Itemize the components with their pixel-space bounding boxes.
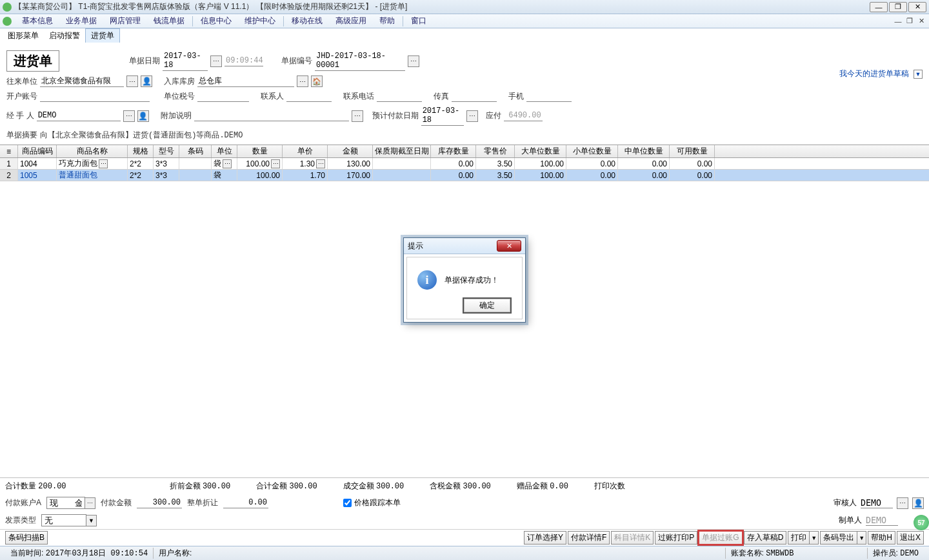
cell-stock[interactable]: 0.00 <box>431 158 476 169</box>
cell-price[interactable]: 1.70 <box>283 170 328 181</box>
cell-spec[interactable]: 2*2 <box>128 170 154 181</box>
menu-window[interactable]: 窗口 <box>405 14 433 28</box>
gh-midunit[interactable]: 中单位数量 <box>618 145 670 157</box>
gh-name[interactable]: 商品名称 <box>57 145 128 157</box>
maximize-button[interactable]: ❐ <box>889 2 907 12</box>
cell-amount[interactable]: 130.00 <box>328 158 373 169</box>
bankacct-input[interactable] <box>40 91 150 102</box>
cell-midunit[interactable]: 0.00 <box>618 170 670 181</box>
tab-purchase[interactable]: 进货单 <box>85 28 120 43</box>
child-close-button[interactable]: ✕ <box>916 17 926 26</box>
date-picker-button[interactable]: ⋯ <box>210 55 222 67</box>
gh-price[interactable]: 单价 <box>283 145 328 157</box>
cell-name[interactable]: 普通甜面包 <box>57 170 128 181</box>
tab-graphic-menu[interactable]: 图形菜单 <box>3 29 44 43</box>
gh-unit[interactable]: 单位 <box>212 145 237 157</box>
cell-spec[interactable]: 2*2 <box>128 158 154 169</box>
contact-input[interactable] <box>286 91 332 102</box>
gh-code[interactable]: 商品编码 <box>18 145 57 157</box>
minimize-button[interactable]: — <box>870 2 888 12</box>
vendor-picker-button[interactable]: ⋯ <box>126 75 138 87</box>
gh-avail[interactable]: 可用数量 <box>670 145 715 157</box>
gh-model[interactable]: 型号 <box>154 145 179 157</box>
gh-amount[interactable]: 金额 <box>328 145 373 157</box>
table-row[interactable]: 1 1004 巧克力面包⋯ 2*2 3*3 袋⋯ 100.00⋯ 1.30⋯ 1… <box>0 158 929 170</box>
gh-qty[interactable]: 数量 <box>237 145 283 157</box>
gh-stock[interactable]: 库存数量 <box>431 145 476 157</box>
cell-qty[interactable]: 100.00 <box>237 170 283 181</box>
menu-maint-center[interactable]: 维护中心 <box>238 14 282 28</box>
table-row[interactable]: 2 1005 普通甜面包 2*2 3*3 袋 100.00 1.70 170.0… <box>0 170 929 181</box>
qty-picker-icon[interactable]: ⋯ <box>271 159 280 168</box>
taxno-input[interactable] <box>197 91 249 102</box>
child-restore-button[interactable]: ❐ <box>904 17 915 26</box>
vendor-detail-icon[interactable]: 👤 <box>141 75 152 87</box>
cell-price[interactable]: 1.30⋯ <box>283 158 328 169</box>
warehouse-input[interactable] <box>197 76 294 87</box>
gh-smallunit[interactable]: 小单位数量 <box>566 145 618 157</box>
menu-mobile[interactable]: 移动在线 <box>285 14 329 28</box>
child-minimize-button[interactable]: — <box>893 17 903 26</box>
cell-unit[interactable]: 袋⋯ <box>212 158 237 169</box>
cell-amount[interactable]: 170.00 <box>328 170 373 181</box>
close-button[interactable]: ✕ <box>908 2 926 12</box>
handler-detail-icon[interactable]: 👤 <box>137 110 149 122</box>
cell-avail[interactable]: 0.00 <box>670 158 715 169</box>
draft-link[interactable]: 我今天的进货单草稿 ▼ <box>839 68 923 79</box>
handler-picker-button[interactable]: ⋯ <box>123 110 135 122</box>
date-label: 单据日期 <box>129 55 160 66</box>
gh-retail[interactable]: 零售价 <box>476 145 515 157</box>
cell-barcode[interactable] <box>179 158 212 169</box>
docno-picker-button[interactable]: ⋯ <box>408 55 419 67</box>
cell-unit[interactable]: 袋 <box>212 170 237 181</box>
note-picker-button[interactable]: ⋯ <box>352 110 363 122</box>
cell-stock[interactable]: 0.00 <box>431 170 476 181</box>
payable-input[interactable] <box>504 110 543 121</box>
warehouse-home-icon[interactable]: 🏠 <box>311 75 323 87</box>
draft-dropdown-icon[interactable]: ▼ <box>914 70 923 79</box>
cell-barcode[interactable] <box>179 170 212 181</box>
cell-avail[interactable]: 0.00 <box>670 170 715 181</box>
gh-bigunit[interactable]: 大单位数量 <box>515 145 566 157</box>
cell-expiry[interactable] <box>373 170 431 181</box>
menu-info-center[interactable]: 信息中心 <box>194 14 238 28</box>
tab-alarm[interactable]: 启动报警 <box>44 29 85 43</box>
unit-picker-icon[interactable]: ⋯ <box>223 159 232 168</box>
cell-name[interactable]: 巧克力面包⋯ <box>57 158 128 169</box>
menu-help[interactable]: 帮助 <box>373 14 401 28</box>
cell-expiry[interactable] <box>373 158 431 169</box>
gh-barcode[interactable]: 条码 <box>179 145 212 157</box>
handler-input[interactable] <box>37 110 121 121</box>
paydate-picker-button[interactable]: ⋯ <box>466 110 478 122</box>
name-picker-icon[interactable]: ⋯ <box>99 159 108 168</box>
cell-bigunit[interactable]: 100.00 <box>515 158 566 169</box>
phone-input[interactable] <box>377 91 422 102</box>
document-tabs: 图形菜单 启动报警 进货单 <box>0 28 929 43</box>
cell-retail[interactable]: 3.50 <box>476 158 515 169</box>
warehouse-picker-button[interactable]: ⋯ <box>297 75 308 87</box>
grid-rowheader-blank: ≡ <box>0 145 18 157</box>
menu-cashflow[interactable]: 钱流单据 <box>147 14 191 28</box>
cell-midunit[interactable]: 0.00 <box>618 158 670 169</box>
cell-smallunit[interactable]: 0.00 <box>566 170 618 181</box>
cell-bigunit[interactable]: 100.00 <box>515 170 566 181</box>
cell-qty[interactable]: 100.00⋯ <box>237 158 283 169</box>
menu-basic-info[interactable]: 基本信息 <box>15 14 59 28</box>
price-picker-icon[interactable]: ⋯ <box>316 159 325 168</box>
cell-code[interactable]: 1005 <box>18 170 57 181</box>
fax-input[interactable] <box>452 91 497 102</box>
cell-code[interactable]: 1004 <box>18 158 57 169</box>
menu-advanced[interactable]: 高级应用 <box>329 14 373 28</box>
note-input[interactable] <box>194 110 349 121</box>
cell-model[interactable]: 3*3 <box>154 170 179 181</box>
summary-text: 向【北京全聚德食品有限】进货(普通甜面包)等商品.DEMO <box>40 130 243 141</box>
cell-model[interactable]: 3*3 <box>154 158 179 169</box>
mobile-input[interactable] <box>526 91 572 102</box>
menu-shop-manage[interactable]: 网店管理 <box>103 14 147 28</box>
vendor-input[interactable] <box>40 76 124 87</box>
gh-spec[interactable]: 规格 <box>128 145 154 157</box>
gh-expiry[interactable]: 保质期截至日期 <box>373 145 431 157</box>
menu-business-doc[interactable]: 业务单据 <box>59 14 103 28</box>
cell-retail[interactable]: 3.50 <box>476 170 515 181</box>
cell-smallunit[interactable]: 0.00 <box>566 158 618 169</box>
